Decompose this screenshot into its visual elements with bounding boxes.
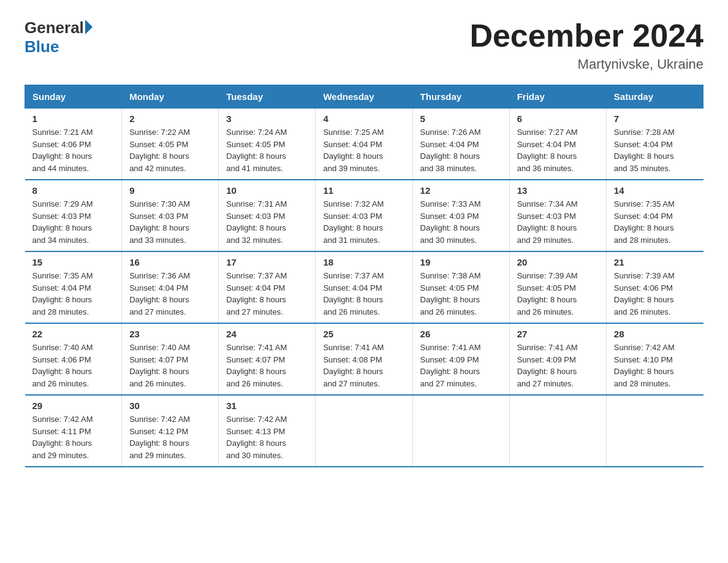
calendar-cell: 12 Sunrise: 7:33 AMSunset: 4:03 PMDaylig… [412,180,509,251]
day-info: Sunrise: 7:42 AMSunset: 4:11 PMDaylight:… [32,415,93,460]
calendar-cell: 9 Sunrise: 7:30 AMSunset: 4:03 PMDayligh… [122,180,219,251]
day-info: Sunrise: 7:30 AMSunset: 4:03 PMDaylight:… [129,199,190,245]
calendar-cell: 7 Sunrise: 7:28 AMSunset: 4:04 PMDayligh… [606,109,703,180]
calendar-cell: 8 Sunrise: 7:29 AMSunset: 4:03 PMDayligh… [25,180,122,251]
day-number: 11 [323,185,404,196]
page-header: General Blue December 2024 Martynivske, … [25,18,703,72]
day-info: Sunrise: 7:41 AMSunset: 4:09 PMDaylight:… [420,343,481,388]
calendar-week-row: 15 Sunrise: 7:35 AMSunset: 4:04 PMDaylig… [25,251,703,323]
day-number: 3 [226,113,308,124]
day-number: 31 [226,400,308,411]
calendar-header: SundayMondayTuesdayWednesdayThursdayFrid… [25,85,703,109]
day-number: 1 [32,113,115,124]
calendar-body: 1 Sunrise: 7:21 AMSunset: 4:06 PMDayligh… [25,109,703,467]
header-day-thursday: Thursday [412,85,509,109]
calendar-cell: 28 Sunrise: 7:42 AMSunset: 4:10 PMDaylig… [606,323,703,395]
day-info: Sunrise: 7:37 AMSunset: 4:04 PMDaylight:… [323,271,384,316]
day-info: Sunrise: 7:38 AMSunset: 4:05 PMDaylight:… [420,271,481,316]
header-day-sunday: Sunday [25,85,122,109]
day-number: 18 [323,257,404,267]
day-info: Sunrise: 7:41 AMSunset: 4:08 PMDaylight:… [323,343,384,388]
day-number: 25 [323,329,404,339]
day-info: Sunrise: 7:27 AMSunset: 4:04 PMDaylight:… [517,128,578,173]
location-subtitle: Martynivske, Ukraine [469,56,703,72]
day-number: 26 [420,329,502,339]
calendar-cell: 10 Sunrise: 7:31 AMSunset: 4:03 PMDaylig… [219,180,316,251]
day-number: 24 [226,329,308,339]
calendar-cell [412,395,509,467]
calendar-cell: 19 Sunrise: 7:38 AMSunset: 4:05 PMDaylig… [412,251,509,323]
calendar-cell [606,395,703,467]
calendar-cell: 1 Sunrise: 7:21 AMSunset: 4:06 PMDayligh… [25,109,122,180]
day-info: Sunrise: 7:24 AMSunset: 4:05 PMDaylight:… [226,128,287,173]
header-day-friday: Friday [509,85,606,109]
day-info: Sunrise: 7:31 AMSunset: 4:03 PMDaylight:… [226,199,287,245]
day-number: 21 [614,257,696,267]
day-info: Sunrise: 7:34 AMSunset: 4:03 PMDaylight:… [517,199,578,245]
logo-blue-text: Blue [25,37,59,56]
day-info: Sunrise: 7:42 AMSunset: 4:10 PMDaylight:… [614,343,675,388]
day-info: Sunrise: 7:42 AMSunset: 4:12 PMDaylight:… [129,415,190,460]
day-number: 19 [420,257,502,267]
day-number: 28 [614,329,696,339]
calendar-table: SundayMondayTuesdayWednesdayThursdayFrid… [25,85,703,467]
day-number: 16 [129,257,211,267]
calendar-cell [509,395,606,467]
day-info: Sunrise: 7:21 AMSunset: 4:06 PMDaylight:… [32,128,93,173]
day-info: Sunrise: 7:39 AMSunset: 4:06 PMDaylight:… [614,271,675,316]
day-number: 30 [129,400,211,411]
day-number: 15 [32,257,115,267]
day-number: 29 [32,400,115,411]
calendar-cell: 30 Sunrise: 7:42 AMSunset: 4:12 PMDaylig… [122,395,219,467]
calendar-cell: 29 Sunrise: 7:42 AMSunset: 4:11 PMDaylig… [25,395,122,467]
day-info: Sunrise: 7:40 AMSunset: 4:06 PMDaylight:… [32,343,93,388]
day-number: 10 [226,185,308,196]
day-info: Sunrise: 7:28 AMSunset: 4:04 PMDaylight:… [614,128,675,173]
day-number: 9 [129,185,211,196]
main-title: December 2024 [469,18,703,53]
day-number: 7 [614,113,696,124]
calendar-cell: 15 Sunrise: 7:35 AMSunset: 4:04 PMDaylig… [25,251,122,323]
day-number: 12 [420,185,502,196]
calendar-cell: 22 Sunrise: 7:40 AMSunset: 4:06 PMDaylig… [25,323,122,395]
calendar-cell: 24 Sunrise: 7:41 AMSunset: 4:07 PMDaylig… [219,323,316,395]
day-info: Sunrise: 7:41 AMSunset: 4:09 PMDaylight:… [517,343,578,388]
day-info: Sunrise: 7:37 AMSunset: 4:04 PMDaylight:… [226,271,287,316]
calendar-cell: 3 Sunrise: 7:24 AMSunset: 4:05 PMDayligh… [219,109,316,180]
calendar-week-row: 29 Sunrise: 7:42 AMSunset: 4:11 PMDaylig… [25,395,703,467]
day-info: Sunrise: 7:42 AMSunset: 4:13 PMDaylight:… [226,415,287,460]
day-number: 17 [226,257,308,267]
day-info: Sunrise: 7:39 AMSunset: 4:05 PMDaylight:… [517,271,578,316]
header-day-saturday: Saturday [606,85,703,109]
day-info: Sunrise: 7:41 AMSunset: 4:07 PMDaylight:… [226,343,287,388]
day-info: Sunrise: 7:40 AMSunset: 4:07 PMDaylight:… [129,343,190,388]
calendar-cell: 2 Sunrise: 7:22 AMSunset: 4:05 PMDayligh… [122,109,219,180]
calendar-week-row: 22 Sunrise: 7:40 AMSunset: 4:06 PMDaylig… [25,323,703,395]
day-number: 4 [323,113,404,124]
calendar-cell: 17 Sunrise: 7:37 AMSunset: 4:04 PMDaylig… [219,251,316,323]
day-info: Sunrise: 7:32 AMSunset: 4:03 PMDaylight:… [323,199,384,245]
calendar-cell: 21 Sunrise: 7:39 AMSunset: 4:06 PMDaylig… [606,251,703,323]
calendar-cell: 11 Sunrise: 7:32 AMSunset: 4:03 PMDaylig… [316,180,412,251]
calendar-week-row: 1 Sunrise: 7:21 AMSunset: 4:06 PMDayligh… [25,109,703,180]
logo-general-text: General [25,18,84,37]
day-info: Sunrise: 7:35 AMSunset: 4:04 PMDaylight:… [614,199,675,245]
day-number: 8 [32,185,115,196]
day-info: Sunrise: 7:22 AMSunset: 4:05 PMDaylight:… [129,128,190,173]
calendar-cell [316,395,412,467]
day-number: 27 [517,329,599,339]
day-info: Sunrise: 7:36 AMSunset: 4:04 PMDaylight:… [129,271,190,316]
day-number: 23 [129,329,211,339]
day-number: 2 [129,113,211,124]
day-info: Sunrise: 7:35 AMSunset: 4:04 PMDaylight:… [32,271,93,316]
calendar-cell: 13 Sunrise: 7:34 AMSunset: 4:03 PMDaylig… [509,180,606,251]
day-info: Sunrise: 7:33 AMSunset: 4:03 PMDaylight:… [420,199,481,245]
logo: General Blue [25,18,93,56]
day-number: 6 [517,113,599,124]
calendar-week-row: 8 Sunrise: 7:29 AMSunset: 4:03 PMDayligh… [25,180,703,251]
day-number: 20 [517,257,599,267]
header-day-monday: Monday [122,85,219,109]
calendar-cell: 20 Sunrise: 7:39 AMSunset: 4:05 PMDaylig… [509,251,606,323]
calendar-cell: 23 Sunrise: 7:40 AMSunset: 4:07 PMDaylig… [122,323,219,395]
logo-triangle-icon [85,20,93,34]
